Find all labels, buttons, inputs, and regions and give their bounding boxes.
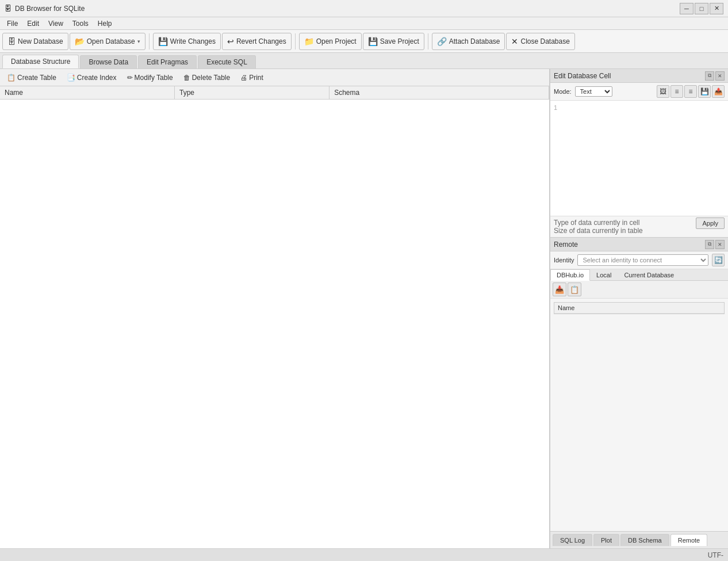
edit-cell-icon-image[interactable]: 🖼 [657,85,669,98]
edit-cell-section: Edit Database Cell ⧉ ✕ Mode: Text Blob N… [550,69,728,238]
bottom-tab-sql-log[interactable]: SQL Log [553,534,592,546]
mode-label: Mode: [554,88,572,95]
toolbar: 🗄 New Database 📂 Open Database ▾ 💾 Write… [0,30,728,53]
close-database-icon: ✕ [511,37,518,46]
remote-copy-button[interactable]: 📋 [568,283,581,296]
edit-cell-icon-save[interactable]: 💾 [698,85,711,98]
print-button[interactable]: 🖨 Print [236,71,268,85]
remote-list[interactable]: Name [554,302,725,314]
tab-execute-sql[interactable]: Execute SQL [198,55,256,68]
menu-view[interactable]: View [44,18,68,29]
close-database-button[interactable]: ✕ Close Database [506,33,574,50]
create-index-label: Create Index [77,74,117,82]
remote-toolbar: 📥 📋 [550,281,728,299]
menu-help[interactable]: Help [93,18,117,29]
delete-table-label: Delete Table [192,74,231,82]
remote-tabbar: DBHub.io Local Current Database [550,269,728,281]
revert-changes-button[interactable]: ↩ Revert Changes [222,33,292,50]
remote-tab-local[interactable]: Local [590,269,618,280]
create-index-button[interactable]: 📑 Create Index [62,71,121,85]
identity-refresh-button[interactable]: 🔄 [712,254,725,266]
bottom-tab-db-schema[interactable]: DB Schema [620,534,669,546]
print-label: Print [249,74,263,82]
write-changes-button[interactable]: 💾 Write Changes [153,33,221,50]
revert-changes-icon: ↩ [227,37,234,46]
app-icon: 🗄 [5,5,12,13]
write-changes-icon: 💾 [158,37,168,46]
new-database-icon: 🗄 [7,37,16,46]
structure-table-area[interactable]: Name Type Schema [0,86,549,548]
attach-database-button[interactable]: 🔗 Attach Database [432,33,505,50]
edit-cell-content[interactable]: 1 [550,101,728,216]
remote-tab-current-db[interactable]: Current Database [618,269,680,280]
menubar: File Edit View Tools Help [0,17,728,30]
open-database-label: Open Database [87,37,135,45]
modify-table-icon: ✏ [127,74,133,82]
delete-table-button[interactable]: 🗑 Delete Table [179,71,235,85]
open-database-icon: 📂 [75,37,85,46]
remote-undock[interactable]: ⧉ [705,240,714,249]
titlebar-left: 🗄 DB Browser for SQLite [5,5,85,13]
save-project-icon: 💾 [368,37,378,46]
col-type: Type [175,86,329,100]
app-title: DB Browser for SQLite [15,5,85,13]
status-text: UTF- [708,551,723,559]
edit-cell-icon-bar: 🖼 ≡ ≡ 💾 📤 [657,85,725,98]
mode-select[interactable]: Text Blob NULL Real Integer [575,86,612,97]
edit-cell-undock[interactable]: ⧉ [705,71,714,81]
close-button[interactable]: ✕ [710,3,723,14]
write-changes-label: Write Changes [170,37,216,45]
remote-download-button[interactable]: 📥 [553,283,566,296]
open-project-button[interactable]: 📁 Open Project [299,33,362,50]
remote-title: Remote [554,241,578,249]
apply-button[interactable]: Apply [696,217,725,229]
statusbar: UTF- [0,548,728,561]
save-project-button[interactable]: 💾 Save Project [363,33,424,50]
bottom-tab-remote[interactable]: Remote [670,534,708,546]
remote-identity-bar: Identity Select an identity to connect 🔄 [550,251,728,269]
remote-list-wrapper: Name [552,300,726,529]
close-database-label: Close Database [520,37,569,45]
bottom-tab-plot[interactable]: Plot [593,534,619,546]
open-project-label: Open Project [316,37,357,45]
tab-edit-pragmas[interactable]: Edit Pragmas [138,55,197,68]
left-panel: 📋 Create Table 📑 Create Index ✏ Modify T… [0,69,550,548]
open-database-arrow: ▾ [137,39,140,44]
remote-tab-dbhub[interactable]: DBHub.io [550,269,590,281]
create-table-icon: 📋 [7,74,16,82]
save-project-label: Save Project [380,37,419,45]
edit-cell-title: Edit Database Cell [554,72,611,80]
main-area: 📋 Create Table 📑 Create Index ✏ Modify T… [0,69,728,548]
main-tabbar: Database Structure Browse Data Edit Prag… [0,53,728,69]
tab-database-structure[interactable]: Database Structure [2,55,79,68]
line-number: 1 [554,104,557,111]
minimize-button[interactable]: ─ [680,3,693,14]
bottom-tabbar: SQL Log Plot DB Schema Remote [550,531,728,548]
edit-cell-header: Edit Database Cell ⧉ ✕ [550,69,728,83]
new-database-button[interactable]: 🗄 New Database [2,33,68,50]
menu-tools[interactable]: Tools [68,18,93,29]
open-database-button[interactable]: 📂 Open Database ▾ [70,33,145,50]
maximize-button[interactable]: □ [695,3,708,14]
edit-cell-footer: Apply Type of data currently in cell Siz… [550,216,728,237]
toolbar-sep-3 [428,33,428,49]
edit-cell-icon-list[interactable]: ≡ [684,85,697,98]
identity-label: Identity [554,257,574,264]
modify-table-button[interactable]: ✏ Modify Table [122,71,178,85]
delete-table-icon: 🗑 [183,74,190,82]
edit-cell-icon-align[interactable]: ≡ [670,85,683,98]
create-table-button[interactable]: 📋 Create Table [2,71,61,85]
identity-select[interactable]: Select an identity to connect [577,254,708,266]
attach-database-label: Attach Database [449,37,500,45]
edit-cell-icon-export[interactable]: 📤 [712,85,725,98]
table-header-row: Name Type Schema [0,86,549,100]
revert-changes-label: Revert Changes [236,37,286,45]
attach-database-icon: 🔗 [437,37,447,46]
tab-browse-data[interactable]: Browse Data [80,55,137,68]
edit-cell-close[interactable]: ✕ [715,71,725,81]
new-database-label: New Database [18,37,63,45]
remote-close[interactable]: ✕ [715,240,725,249]
edit-cell-mode-bar: Mode: Text Blob NULL Real Integer 🖼 ≡ ≡ … [550,83,728,101]
menu-file[interactable]: File [2,18,22,29]
menu-edit[interactable]: Edit [22,18,44,29]
